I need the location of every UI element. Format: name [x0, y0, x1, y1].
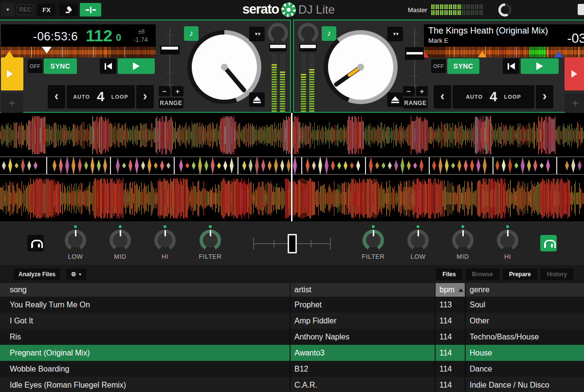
deck2-track-overview[interactable] — [424, 47, 584, 57]
cell-artist: Prophet — [290, 297, 435, 313]
analyze-files-button[interactable]: Analyze Files — [14, 268, 60, 280]
column-header-artist[interactable]: artist — [290, 283, 435, 297]
tab-files[interactable]: Files — [436, 268, 462, 280]
tab-browse[interactable]: Browse — [466, 268, 499, 280]
chevron-left-icon: ‹ — [440, 89, 445, 106]
deck1-loop-half-button[interactable]: ‹ — [48, 85, 65, 108]
table-row[interactable]: RisAnthony Naples114Techno/Bass/House — [0, 329, 584, 345]
setup-dropdown-button[interactable]: ▼ — [1, 3, 15, 17]
sort-ascending-icon — [458, 288, 463, 292]
auto-label: AUTO — [466, 94, 483, 100]
waveform-section[interactable] — [0, 113, 584, 221]
deck2-autoloop-display[interactable]: AUTO 4 LOOP — [453, 85, 534, 108]
deck1-channel-fader[interactable] — [269, 44, 287, 52]
cell-song: You Really Turn Me On — [0, 297, 290, 313]
fx-button[interactable]: FX — [37, 3, 55, 16]
loop-beats-value: 4 — [490, 89, 497, 105]
deck1-loop-double-button[interactable]: › — [136, 85, 154, 108]
deck2-skip-to-start-button[interactable] — [503, 58, 519, 74]
deck1-hot-cue-pad[interactable] — [1, 57, 23, 90]
deck2-loop-double-button[interactable]: › — [536, 85, 553, 108]
dj-lite-wordmark: DJ Lite — [298, 3, 335, 17]
deck2-pitch-ticks — [411, 33, 419, 34]
cell-artist: Anthony Naples — [290, 329, 435, 345]
deck2-sync-button[interactable]: SYNC — [447, 58, 479, 74]
master-volume-knob[interactable] — [498, 3, 511, 17]
tab-prepare[interactable]: Prepare — [503, 268, 537, 280]
deck1-track-overview[interactable] — [1, 47, 156, 57]
library-settings-button[interactable]: ⚙▼ — [66, 268, 87, 280]
deck1-pitch-slider-track[interactable] — [169, 28, 170, 88]
deck2-play-button[interactable] — [521, 58, 559, 74]
deck1-sync-button[interactable]: SYNC — [44, 58, 77, 74]
deck2-hi-knob[interactable]: HI — [491, 225, 525, 260]
deck1-autoloop-display[interactable]: AUTO 4 LOOP — [67, 85, 135, 108]
deck1-tempo-match-button[interactable]: ▼▼ — [249, 27, 265, 41]
knob-label: MID — [456, 253, 469, 260]
deck1-add-cue-pad[interactable]: + — [1, 93, 23, 113]
practice-mode-partial-button[interactable] — [578, 4, 584, 15]
deck2-range-plus-button[interactable]: + — [416, 86, 428, 96]
cell-song: Wobble Boarding — [0, 361, 290, 377]
cell-song: Ris — [0, 329, 290, 345]
deck1-play-button[interactable] — [118, 58, 155, 74]
deck2-channel-fader[interactable] — [299, 44, 317, 52]
cell-bpm: 114 — [435, 377, 465, 392]
deck-section: -06:53:6 112 0 ±8 -1.74 + OFF SYNC ‹ AUT… — [0, 19, 584, 113]
deck1-skip-to-start-button[interactable] — [100, 58, 116, 74]
deck2-track-artist: Mark E — [428, 37, 448, 44]
deck2-hot-cue-pad[interactable] — [565, 57, 584, 90]
crossfader[interactable] — [253, 235, 331, 252]
tab-history[interactable]: History — [541, 268, 573, 280]
table-row[interactable]: Wobble BoardingB12114Dance — [0, 361, 584, 377]
deck1-range-button[interactable]: RANGE — [159, 98, 183, 108]
column-header-song[interactable]: song — [0, 283, 290, 297]
deck2-keylock-off-button[interactable]: OFF — [431, 59, 446, 73]
deck1-keylock-off-button[interactable]: OFF — [28, 59, 42, 73]
deck2-low-knob[interactable]: LOW — [401, 225, 435, 260]
crossfader-handle[interactable] — [288, 234, 297, 253]
deck1-mid-knob[interactable]: MID — [103, 225, 137, 260]
deck2-tempo-match-button[interactable]: ▼▼ — [387, 27, 403, 41]
table-row[interactable]: I Got ItAmp Fiddler114Other — [0, 313, 584, 329]
cell-genre: Techno/Bass/House — [465, 329, 584, 345]
crossfader-assign-button[interactable] — [80, 3, 101, 17]
deck1-gain-knob[interactable] — [268, 23, 288, 43]
serato-logo: serato DJ Lite — [242, 2, 335, 17]
deck2-mid-knob[interactable]: MID — [446, 225, 480, 260]
deck2-loop-half-button[interactable]: ‹ — [434, 85, 451, 108]
deck2-range-minus-button[interactable]: − — [403, 86, 415, 96]
loop-label: LOOP — [111, 94, 128, 100]
column-header-bpm[interactable]: bpm — [435, 283, 465, 297]
deck2-add-cue-pad[interactable]: + — [565, 93, 584, 113]
cell-genre: Soul — [465, 297, 584, 313]
table-row[interactable]: Idle Eyes (Roman Fluegel Remix)C.A.R.114… — [0, 377, 584, 392]
table-row[interactable]: You Really Turn Me OnProphet113Soul — [0, 297, 584, 313]
deck1-headphone-cue-button[interactable] — [27, 235, 44, 251]
headphone-icon — [31, 240, 40, 247]
deck1-range-plus-button[interactable]: + — [172, 86, 183, 96]
deck2-gain-knob[interactable] — [298, 23, 318, 43]
deck2-headphone-cue-button[interactable] — [540, 235, 557, 251]
deck1-hi-knob[interactable]: HI — [148, 225, 182, 260]
loop-label: LOOP — [504, 94, 521, 100]
deck2-filter-knob[interactable]: FILTER — [356, 225, 390, 260]
deck1-low-knob[interactable]: LOW — [58, 225, 92, 260]
cell-genre: Dance — [465, 361, 584, 377]
mic-button[interactable] — [59, 3, 77, 16]
rec-button[interactable]: REC — [17, 4, 34, 15]
deck2-range-button[interactable]: RANGE — [403, 98, 428, 108]
deck1-pitch-slider-handle[interactable] — [160, 46, 180, 54]
deck1-filter-knob[interactable]: FILTER — [193, 225, 227, 260]
column-header-genre[interactable]: genre — [465, 283, 584, 297]
eject-icon — [391, 96, 399, 103]
deck1-key-sync-button[interactable]: ♪ — [184, 26, 199, 41]
deck1-eject-button[interactable] — [249, 92, 265, 107]
deck1-range-minus-button[interactable]: − — [159, 86, 170, 96]
library-track-list: You Really Turn Me OnProphet113SoulI Got… — [0, 297, 584, 392]
deck2-eject-button[interactable] — [387, 92, 403, 107]
deck2-key-sync-button[interactable]: ♪ — [322, 26, 336, 41]
deck2-jog-wheel[interactable] — [324, 30, 398, 104]
deck2-pitch-slider-handle[interactable] — [405, 47, 424, 60]
table-row[interactable]: Pregnant (Original Mix)Awanto3114House — [0, 345, 584, 361]
